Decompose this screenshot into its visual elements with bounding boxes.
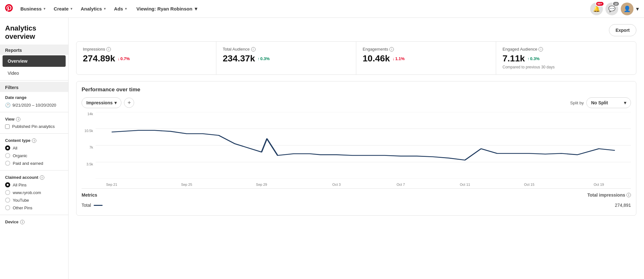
total-impressions-info-icon[interactable]: i [626, 193, 631, 197]
radio-ryrob [5, 190, 10, 195]
nav-analytics-label: Analytics [81, 6, 102, 11]
radio-other-pins [5, 205, 10, 210]
stats-row: Impressions i 274.89k ↓ 0.7% Total Audie… [76, 41, 636, 75]
metric-dropdown[interactable]: Impressions ▾ [82, 97, 121, 108]
date-range-label: Date range [5, 95, 63, 100]
content-type-info-icon[interactable]: i [32, 138, 36, 143]
nav-business-label: Business [20, 6, 42, 11]
metrics-line-indicator [94, 205, 103, 206]
stat-impressions-value: 274.89k ↓ 0.7% [83, 53, 210, 64]
engagements-info-icon[interactable]: i [389, 47, 394, 52]
device-label: Device i [5, 220, 63, 224]
page-title-area: Analytics overview [0, 18, 68, 45]
notifications-button[interactable]: 🔔 99+ [590, 3, 603, 15]
metrics-label: Metrics [82, 192, 97, 198]
content-type-label: Content type i [5, 138, 63, 143]
device-filter: Device i [0, 216, 68, 230]
claimed-account-info-icon[interactable]: i [40, 175, 44, 180]
messages-button[interactable]: 💬 10 [605, 3, 618, 15]
claimed-all-pins[interactable]: All Pins [5, 182, 63, 187]
messages-badge: 10 [612, 1, 619, 6]
nav-analytics[interactable]: Analytics ▼ [77, 3, 110, 14]
x-label-oct11: Oct 11 [460, 183, 470, 186]
nav-viewing-account[interactable]: Viewing: Ryan Robinson ▼ [133, 3, 202, 14]
arrow-down-icon: ↓ [118, 56, 120, 61]
chevron-down-icon: ▼ [103, 7, 106, 10]
stat-audience-value: 234.37k ↑ 0.3% [223, 53, 350, 64]
claimed-account-options: All Pins www.ryrob.com YouTube Other Pin… [5, 182, 63, 210]
x-label-oct7: Oct 7 [396, 183, 405, 186]
stat-engagements-label: Engagements i [363, 47, 489, 52]
sidebar-item-overview[interactable]: Overview [3, 55, 66, 67]
user-avatar[interactable]: 👤 [621, 3, 633, 15]
content-type-organic[interactable]: Organic [5, 153, 63, 158]
date-range-value[interactable]: 🕐 9/21/2020 – 10/20/2020 [5, 102, 63, 108]
date-range-filter: Date range 🕐 9/21/2020 – 10/20/2020 [0, 92, 68, 111]
stat-engaged-audience: Engaged Audience i 7.11k ↑ 0.3% Compared… [496, 42, 636, 74]
claimed-ryrob[interactable]: www.ryrob.com [5, 190, 63, 195]
device-info-icon[interactable]: i [20, 220, 25, 224]
y-label-7k: 7k [89, 145, 93, 149]
page-layout: Analytics overview Reports Overview Vide… [0, 18, 644, 279]
claimed-other-pins[interactable]: Other Pins [5, 205, 63, 210]
sidebar-item-video[interactable]: Video [3, 67, 66, 79]
calendar-icon: 🕐 [5, 102, 11, 108]
impressions-info-icon[interactable]: i [106, 47, 111, 52]
x-label-oct15: Oct 15 [524, 183, 534, 186]
chart-svg-area [96, 112, 631, 179]
chevron-down-icon: ▼ [70, 7, 73, 10]
stat-engaged-label: Engaged Audience i [503, 47, 630, 52]
impressions-change: ↓ 0.7% [118, 56, 130, 61]
chevron-down-icon: ▼ [124, 7, 127, 10]
export-button[interactable]: Export [609, 24, 636, 36]
arrow-up-icon: ↑ [257, 56, 260, 61]
view-info-icon[interactable]: i [16, 117, 20, 122]
pinterest-logo[interactable] [5, 4, 13, 14]
radio-paid [5, 161, 10, 166]
arrow-down-icon: ↓ [393, 56, 395, 61]
x-label-sep21: Sep 21 [106, 183, 117, 186]
chevron-down-icon: ▼ [43, 7, 46, 10]
main-header: Export [76, 24, 636, 36]
engaged-info-icon[interactable]: i [539, 47, 543, 52]
sidebar-reports-header: Reports [0, 45, 68, 55]
split-by-area: Split by No Split ▾ [570, 97, 631, 108]
main-content: Export Impressions i 274.89k ↓ 0.7% [69, 18, 644, 279]
nav-business[interactable]: Business ▼ [17, 3, 50, 14]
chart-svg [96, 112, 631, 179]
add-metric-button[interactable]: + [124, 98, 134, 108]
chart-x-labels: Sep 21 Sep 25 Sep 29 Oct 3 Oct 7 Oct 11 … [96, 181, 631, 188]
stat-engagements: Engagements i 10.46k ↓ 1.1% [356, 42, 496, 74]
nav-right-area: 🔔 99+ 💬 10 👤 ▾ [590, 3, 639, 15]
stat-engaged-value: 7.11k ↑ 0.3% [503, 53, 630, 64]
perf-left-controls: Impressions ▾ + [82, 97, 134, 108]
audience-info-icon[interactable]: i [251, 47, 256, 52]
claimed-account-label: Claimed account i [5, 175, 63, 180]
x-label-oct19: Oct 19 [594, 183, 604, 186]
nav-viewing-label: Viewing: Ryan Robinson [136, 6, 192, 11]
nav-ads[interactable]: Ads ▼ [110, 3, 131, 14]
nav-create[interactable]: Create ▼ [50, 3, 77, 14]
split-by-dropdown[interactable]: No Split ▾ [586, 97, 631, 108]
metrics-table-header: Metrics Total impressions i [82, 192, 631, 198]
published-pin-analytics-checkbox[interactable]: Published Pin analytics [5, 124, 63, 129]
content-type-filter: Content type i All Organic Paid and earn… [0, 135, 68, 169]
engaged-change: ↑ 0.3% [527, 56, 539, 61]
radio-youtube [5, 198, 10, 203]
more-options-icon[interactable]: ▾ [636, 5, 639, 12]
performance-title: Performance over time [82, 87, 631, 93]
stat-impressions: Impressions i 274.89k ↓ 0.7% [76, 42, 216, 74]
stat-impressions-label: Impressions i [83, 47, 210, 52]
radio-organic [5, 153, 10, 158]
claimed-youtube[interactable]: YouTube [5, 198, 63, 203]
view-filter: View i Published Pin analytics [0, 114, 68, 132]
engagements-change: ↓ 1.1% [393, 56, 405, 61]
metrics-table: Metrics Total impressions i Total 274,89… [82, 188, 631, 210]
page-title: Analytics overview [5, 24, 63, 41]
sidebar: Analytics overview Reports Overview Vide… [0, 18, 69, 279]
x-label-sep25: Sep 25 [181, 183, 192, 186]
audience-change: ↑ 0.3% [257, 56, 270, 61]
content-type-all[interactable]: All [5, 145, 63, 150]
content-type-paid[interactable]: Paid and earned [5, 161, 63, 166]
performance-controls: Impressions ▾ + Split by No Split ▾ [82, 97, 631, 108]
